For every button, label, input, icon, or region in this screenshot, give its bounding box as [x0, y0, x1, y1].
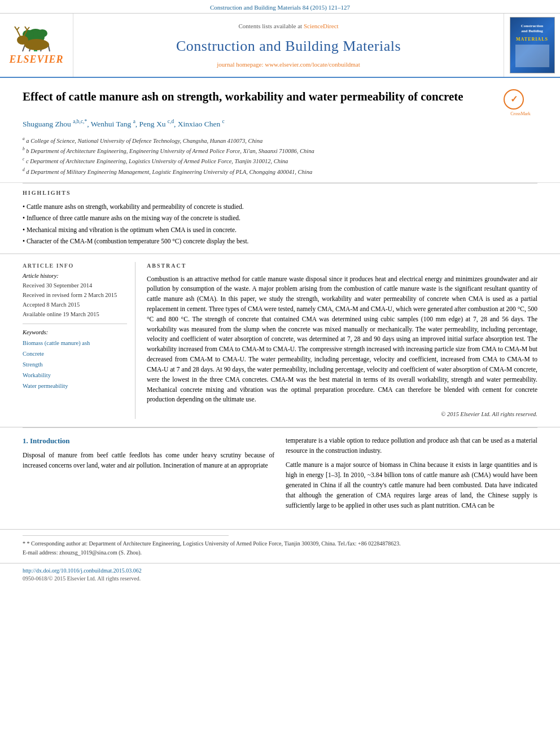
journal-reference-bar: Construction and Building Materials 84 (… [0, 0, 560, 14]
intro-right-text-2: Cattle manure is a major source of bioma… [286, 460, 537, 510]
highlight-item-4: Character of the CMA-M (combustion tempe… [23, 236, 537, 246]
intro-right-text-1: temperature is a viable option to reduce… [286, 436, 537, 456]
keywords-label: Keywords: [23, 329, 127, 337]
keyword-2: Concrete [23, 349, 127, 360]
intro-left-column: 1. Introduction Disposal of manure from … [23, 436, 274, 516]
header-center: Contents lists available at ScienceDirec… [73, 14, 504, 77]
elsevier-logo-box: ELSEVIER [0, 14, 73, 77]
introduction-section: 1. Introduction Disposal of manure from … [0, 428, 560, 523]
affiliations: a a College of Science, National Univers… [23, 136, 537, 177]
journal-title: Construction and Building Materials [176, 36, 401, 56]
journal-homepage: journal homepage: www.elsevier.com/locat… [217, 60, 360, 69]
svg-line-10 [17, 30, 20, 37]
cover-title: Constructionand Building [521, 24, 543, 34]
article-header: Effect of cattle manure ash on strength,… [0, 78, 560, 183]
journal-header: ELSEVIER Contents lists available at Sci… [0, 14, 560, 78]
svg-point-3 [37, 29, 47, 37]
abstract-column: ABSTRACT Combustion is an attractive met… [147, 262, 537, 419]
elsevier-wordmark: ELSEVIER [9, 53, 63, 67]
highlights-section: HIGHLIGHTS Cattle manure ashs on strengt… [0, 184, 560, 254]
cover-label: MATERIALS [516, 36, 548, 42]
svg-point-9 [17, 36, 28, 45]
available-date: Available online 19 March 2015 [23, 310, 127, 320]
doi-line: http://dx.doi.org/10.1016/j.conbuildmat.… [23, 567, 537, 575]
svg-line-12 [17, 27, 19, 30]
accepted-date: Accepted 8 March 2015 [23, 300, 127, 310]
crossmark-badge: ✓ CrossMark [504, 89, 537, 117]
copyright-line: © 2015 Elsevier Ltd. All rights reserved… [147, 410, 537, 419]
keyword-4: Workability [23, 370, 127, 381]
highlight-item-1: Cattle manure ashs on strength, workabil… [23, 202, 537, 212]
keywords-list: Biomass (cattle manure) ash Concrete Str… [23, 338, 127, 391]
journal-cover-box: Constructionand Building MATERIALS [504, 14, 560, 77]
contents-line: Contents lists available at ScienceDirec… [238, 22, 338, 30]
highlights-label: HIGHLIGHTS [23, 189, 537, 197]
footnotes-section: * * Corresponding author at: Department … [0, 529, 560, 563]
corresponding-author-note: * * Corresponding author at: Department … [23, 539, 537, 548]
journal-cover-image: Constructionand Building MATERIALS [510, 17, 555, 73]
affiliation-a: a a College of Science, National Univers… [23, 136, 537, 146]
journal-reference: Construction and Building Materials 84 (… [210, 4, 350, 11]
keyword-1: Biomass (cattle manure) ash [23, 338, 127, 349]
crossmark-label: CrossMark [504, 111, 537, 117]
svg-line-15 [27, 27, 29, 30]
authors-line: Shuguang Zhou a,b,c,*, Wenhui Tang a, Pe… [23, 117, 537, 130]
intro-heading: 1. Introduction [23, 436, 274, 446]
affiliation-d: d d Department of Military Engineering M… [23, 167, 537, 177]
elsevier-logo-image [11, 24, 62, 53]
affiliation-c: c c Department of Architecture Engineeri… [23, 156, 537, 166]
revised-date: Received in revised form 2 March 2015 [23, 291, 127, 300]
abstract-label: ABSTRACT [147, 262, 537, 270]
affiliation-b: b b Department of Architecture Engineeri… [23, 146, 537, 156]
article-info-abstract-section: ARTICLE INFO Article history: Received 3… [0, 254, 560, 427]
abstract-text: Combustion is an attractive method for c… [147, 274, 537, 405]
intro-left-text: Disposal of manure from beef cattle feed… [23, 451, 274, 471]
keyword-5: Water permeability [23, 381, 127, 392]
article-info-label: ARTICLE INFO [23, 262, 127, 270]
svg-line-14 [25, 27, 27, 30]
highlight-item-3: Mechanical mixing and vibration is the o… [23, 225, 537, 235]
footer-bar: http://dx.doi.org/10.1016/j.conbuildmat.… [0, 563, 560, 586]
article-info-column: ARTICLE INFO Article history: Received 3… [23, 262, 135, 419]
article-history-label: Article history: [23, 272, 127, 281]
svg-line-11 [15, 27, 17, 30]
received-date: Received 30 September 2014 [23, 281, 127, 291]
keyword-3: Strength [23, 360, 127, 370]
article-title: Effect of cattle manure ash on strength,… [23, 89, 496, 104]
crossmark-icon: ✓ [504, 89, 524, 110]
cover-decorative-image [515, 45, 549, 67]
highlight-item-2: Influence of three cattle manure ashs on… [23, 213, 537, 223]
email-note: E-mail address: zhouzsg_1019@sina.com (S… [23, 548, 537, 557]
info-divider-1 [23, 324, 127, 324]
issn-line: 0950-0618/© 2015 Elsevier Ltd. All right… [23, 575, 537, 583]
intro-right-column: temperature is a viable option to reduce… [286, 436, 537, 516]
